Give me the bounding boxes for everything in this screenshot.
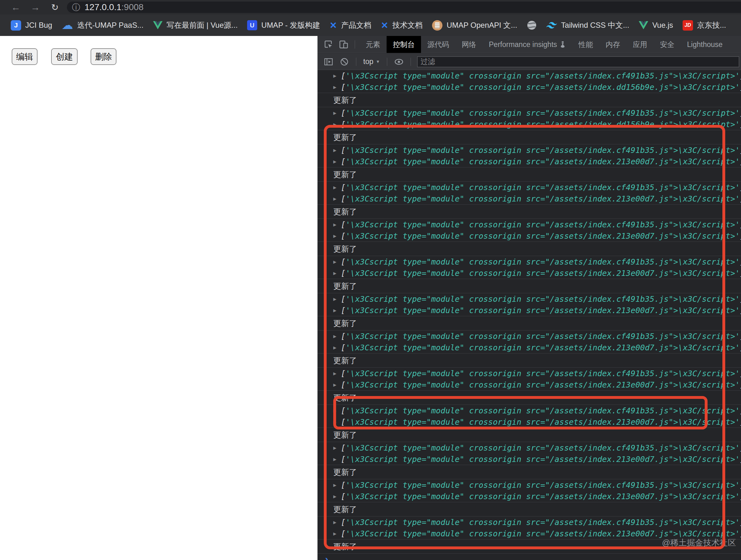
expand-triangle-icon[interactable]: ▶ xyxy=(333,371,341,376)
back-button[interactable]: ← xyxy=(9,2,23,13)
console-log-row[interactable]: ▶['\x3Cscript type="module" crossorigin … xyxy=(318,156,741,167)
clear-console-icon[interactable] xyxy=(338,55,351,68)
expand-triangle-icon[interactable]: ▶ xyxy=(333,457,341,462)
expand-triangle-icon[interactable]: ▶ xyxy=(333,308,341,313)
console-log-row[interactable]: ▶['\x3Cscript type="module" crossorigin … xyxy=(318,368,741,379)
bookmark-item[interactable]: ✕产品文档 xyxy=(330,20,371,30)
live-expression-eye-icon[interactable] xyxy=(392,55,406,68)
context-selector[interactable]: top ▼ xyxy=(361,57,382,66)
console-log-row[interactable]: ▶['\x3Cscript type="module" crossorigin … xyxy=(318,267,741,279)
bookmark-item[interactable]: ☁迭代-UMAP PaaS... xyxy=(62,19,143,32)
console-log-row[interactable]: ▶['\x3Cscript type="module" crossorigin … xyxy=(318,144,741,156)
console-log-row[interactable]: ▶['\x3Cscript type="module" crossorigin … xyxy=(318,442,741,454)
delete-button[interactable]: 删除 xyxy=(90,48,117,65)
bookmark-item[interactable]: UMAP OpenAPI 文... xyxy=(432,20,517,30)
devtools-tab[interactable]: 内存 xyxy=(599,36,626,53)
console-log-row[interactable]: ▶['\x3Cscript type="module" crossorigin … xyxy=(318,305,741,316)
console-log-row[interactable]: ▶['\x3Cscript type="module" crossorigin … xyxy=(318,256,741,267)
create-button[interactable]: 创建 xyxy=(51,48,78,65)
console-log-row[interactable]: ▶['\x3Cscript type="module" crossorigin … xyxy=(318,219,741,230)
log-array-preview: ['\x3Cscript type="module" crossorigin s… xyxy=(341,332,741,341)
console-log-row[interactable]: ▶['\x3Cscript type="module" crossorigin … xyxy=(318,491,741,502)
devtools-tab[interactable]: 性能 xyxy=(572,36,599,53)
expand-triangle-icon[interactable]: ▶ xyxy=(333,446,341,450)
expand-triangle-icon[interactable]: ▶ xyxy=(333,111,341,115)
console-log-row[interactable]: ▶['\x3Cscript type="module" crossorigin … xyxy=(318,107,741,118)
expand-triangle-icon[interactable]: ▶ xyxy=(333,222,341,227)
devtools-tab[interactable]: Lighthouse xyxy=(681,36,729,53)
expand-triangle-icon[interactable]: ▶ xyxy=(333,85,341,90)
console-log-row[interactable]: ▶['\x3Cscript type="module" crossorigin … xyxy=(318,405,741,416)
console-log-message: 更新了 xyxy=(318,465,741,479)
console-log-row[interactable]: ▶['\x3Cscript type="module" crossorigin … xyxy=(318,454,741,465)
reload-button[interactable]: ↻ xyxy=(48,2,62,13)
tab-label: 安全 xyxy=(660,40,674,50)
inspect-element-icon[interactable] xyxy=(322,38,335,51)
console-log-row[interactable]: ▶['\x3Cscript type="module" crossorigin … xyxy=(318,230,741,242)
bookmark-item[interactable]: JJCI Bug xyxy=(11,20,52,30)
console-log-row[interactable]: ▶['\x3Cscript type="module" crossorigin … xyxy=(318,70,741,81)
log-array-preview: ['\x3Cscript type="module" crossorigin s… xyxy=(341,146,741,155)
expand-triangle-icon[interactable]: ▶ xyxy=(333,73,341,78)
console-log[interactable]: ▶['\x3Cscript type="module" crossorigin … xyxy=(318,70,741,560)
expand-triangle-icon[interactable]: ▶ xyxy=(333,185,341,190)
expand-triangle-icon[interactable]: ▶ xyxy=(333,520,341,525)
console-log-row[interactable]: ▶['\x3Cscript type="module" crossorigin … xyxy=(318,193,741,204)
console-log-row[interactable]: ▶['\x3Cscript type="module" crossorigin … xyxy=(318,293,741,305)
bookmark-item[interactable]: 写在最前面 | Vue源... xyxy=(153,20,238,30)
expand-triangle-icon[interactable]: ▶ xyxy=(333,271,341,275)
expand-triangle-icon[interactable]: ▶ xyxy=(333,345,341,350)
device-toolbar-icon[interactable] xyxy=(337,38,350,51)
console-log-message: 更新了 xyxy=(318,242,741,256)
console-log-row[interactable]: ▶['\x3Cscript type="module" crossorigin … xyxy=(318,416,741,427)
bookmark-item[interactable]: Tailwind CSS 中文... xyxy=(546,20,629,30)
jd-favicon: JD xyxy=(683,20,693,30)
expand-triangle-icon[interactable]: ▶ xyxy=(333,408,341,413)
devtools-tab[interactable]: 元素 xyxy=(359,36,387,53)
tab-label: 源代码 xyxy=(427,40,449,50)
bookmark-item[interactable]: ✕技术文档 xyxy=(381,20,422,30)
console-filter-input[interactable] xyxy=(417,57,739,67)
expand-triangle-icon[interactable]: ▶ xyxy=(333,122,341,127)
expand-triangle-icon[interactable]: ▶ xyxy=(333,420,341,424)
bookmark-item[interactable] xyxy=(527,20,537,30)
expand-triangle-icon[interactable]: ▶ xyxy=(333,483,341,487)
devtools-tab[interactable]: 源代码 xyxy=(421,36,455,53)
console-prompt[interactable]: › xyxy=(318,554,741,560)
console-log-row[interactable]: ▶['\x3Cscript type="module" crossorigin … xyxy=(318,479,741,491)
expand-triangle-icon[interactable]: ▶ xyxy=(333,259,341,264)
expand-triangle-icon[interactable]: ▶ xyxy=(333,334,341,339)
experiment-flask-icon xyxy=(559,41,566,48)
console-sidebar-icon[interactable] xyxy=(322,55,335,68)
address-bar[interactable]: ⓘ 127.0.0.1:9008 xyxy=(67,2,741,13)
expand-triangle-icon[interactable]: ▶ xyxy=(333,159,341,164)
expand-triangle-icon[interactable]: ▶ xyxy=(333,494,341,499)
console-log-row[interactable]: ▶['\x3Cscript type="module" crossorigin … xyxy=(318,379,741,390)
forward-button[interactable]: → xyxy=(28,2,42,13)
expand-triangle-icon[interactable]: ▶ xyxy=(333,148,341,153)
edit-button[interactable]: 编辑 xyxy=(12,48,38,65)
log-array-preview: ['\x3Cscript type="module" crossorigin s… xyxy=(341,220,741,229)
expand-triangle-icon[interactable]: ▶ xyxy=(333,234,341,238)
log-array-preview: ['\x3Cscript type="module" crossorigin s… xyxy=(341,295,741,304)
console-log-row[interactable]: ▶['\x3Cscript type="module" crossorigin … xyxy=(318,118,741,130)
devtools-tab[interactable]: Performance insights xyxy=(482,36,572,53)
bookmark-item[interactable]: Vue.js xyxy=(639,21,673,30)
console-log-row[interactable]: ▶['\x3Cscript type="module" crossorigin … xyxy=(318,516,741,528)
console-log-row[interactable]: ▶['\x3Cscript type="module" crossorigin … xyxy=(318,81,741,93)
console-log-row[interactable]: ▶['\x3Cscript type="module" crossorigin … xyxy=(318,330,741,342)
bookmark-item[interactable]: UUMAP - 发版构建 xyxy=(247,20,320,30)
console-log-row[interactable]: ▶['\x3Cscript type="module" crossorigin … xyxy=(318,342,741,353)
devtools-tab[interactable]: 控制台 xyxy=(387,36,421,53)
devtools-tab[interactable]: 网络 xyxy=(455,36,482,53)
expand-triangle-icon[interactable]: ▶ xyxy=(333,531,341,536)
expand-triangle-icon[interactable]: ▶ xyxy=(333,383,341,387)
expand-triangle-icon[interactable]: ▶ xyxy=(333,297,341,302)
bookmark-item[interactable]: JD京东技... xyxy=(683,20,726,30)
devtools-tab[interactable]: 安全 xyxy=(654,36,681,53)
devtools-tab[interactable]: 应用 xyxy=(626,36,654,53)
site-info-icon[interactable]: ⓘ xyxy=(72,2,80,13)
expand-triangle-icon[interactable]: ▶ xyxy=(333,196,341,201)
bookmark-label: 产品文档 xyxy=(341,20,372,30)
console-log-row[interactable]: ▶['\x3Cscript type="module" crossorigin … xyxy=(318,182,741,193)
